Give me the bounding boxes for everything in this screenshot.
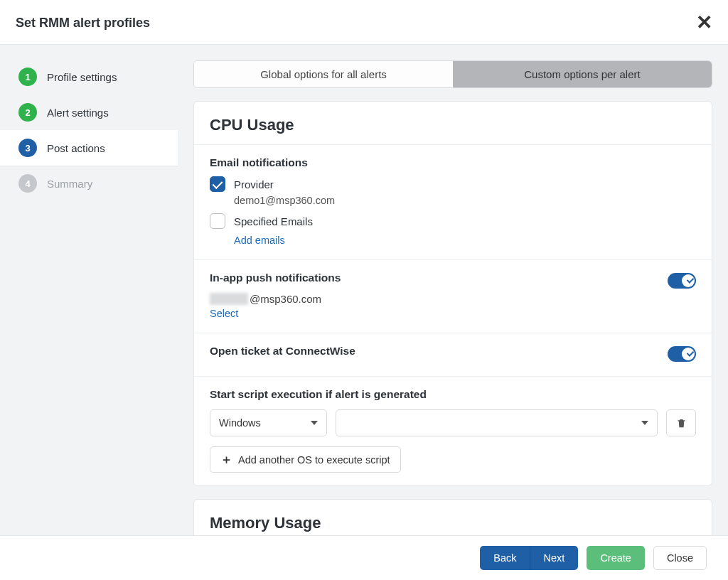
script-select-row: Windows bbox=[210, 409, 696, 436]
email-notifications-section: Email notifications Provider demo1@msp36… bbox=[194, 144, 712, 259]
inapp-email: @msp360.com bbox=[210, 293, 696, 305]
create-button[interactable]: Create bbox=[587, 546, 645, 570]
os-select-value: Windows bbox=[219, 417, 261, 429]
provider-checkbox[interactable] bbox=[210, 176, 225, 192]
tab-global-options[interactable]: Global options for all alerts bbox=[194, 61, 453, 87]
cpu-usage-card: CPU Usage Email notifications Provider d… bbox=[193, 101, 712, 486]
chevron-down-icon bbox=[641, 421, 648, 425]
step-profile-settings[interactable]: 1 Profile settings bbox=[0, 59, 178, 95]
step-badge: 3 bbox=[18, 139, 37, 157]
card-title: CPU Usage bbox=[194, 102, 712, 144]
open-ticket-toggle[interactable] bbox=[668, 346, 696, 362]
inapp-push-toggle[interactable] bbox=[668, 273, 696, 289]
step-summary: 4 Summary bbox=[0, 166, 178, 201]
close-icon[interactable]: ✕ bbox=[696, 13, 712, 33]
step-label: Summary bbox=[47, 178, 92, 190]
step-label: Alert settings bbox=[47, 107, 109, 119]
modal-body: 1 Profile settings 2 Alert settings 3 Po… bbox=[0, 45, 728, 535]
section-heading: In-app push notifications bbox=[210, 272, 341, 284]
card-title: Memory Usage bbox=[194, 500, 712, 535]
step-label: Profile settings bbox=[47, 71, 117, 83]
next-button[interactable]: Next bbox=[530, 546, 579, 570]
step-alert-settings[interactable]: 2 Alert settings bbox=[0, 95, 178, 130]
close-button[interactable]: Close bbox=[653, 546, 707, 570]
step-badge: 1 bbox=[18, 68, 37, 86]
inapp-push-section: In-app push notifications @msp360.com Se… bbox=[194, 259, 712, 333]
content-area: Global options for all alerts Custom opt… bbox=[178, 45, 728, 535]
provider-label: Provider bbox=[234, 178, 274, 190]
wizard-sidebar: 1 Profile settings 2 Alert settings 3 Po… bbox=[0, 45, 178, 535]
chevron-down-icon bbox=[311, 421, 318, 425]
provider-checkbox-row: Provider bbox=[210, 176, 696, 192]
step-badge: 2 bbox=[18, 103, 37, 122]
specified-emails-checkbox[interactable] bbox=[210, 213, 225, 229]
provider-email: demo1@msp360.com bbox=[234, 195, 696, 206]
specified-emails-label: Specified Emails bbox=[234, 215, 313, 227]
open-ticket-section: Open ticket at ConnectWise bbox=[194, 333, 712, 376]
start-script-section: Start script execution if alert is gener… bbox=[194, 376, 712, 485]
plus-icon: ＋ bbox=[220, 453, 232, 466]
delete-script-button[interactable] bbox=[666, 409, 696, 436]
add-os-label: Add another OS to execute script bbox=[238, 454, 390, 466]
modal-title: Set RMM alert profiles bbox=[16, 16, 150, 31]
modal-header: Set RMM alert profiles ✕ bbox=[0, 0, 728, 45]
options-tabstrip: Global options for all alerts Custom opt… bbox=[193, 60, 712, 88]
specified-emails-checkbox-row: Specified Emails bbox=[210, 213, 696, 229]
back-button[interactable]: Back bbox=[480, 546, 530, 570]
select-link[interactable]: Select bbox=[210, 308, 238, 319]
section-heading: Open ticket at ConnectWise bbox=[210, 345, 355, 358]
step-label: Post actions bbox=[47, 142, 105, 154]
section-heading: Email notifications bbox=[210, 156, 696, 169]
script-select[interactable] bbox=[336, 409, 658, 436]
content-scroll[interactable]: Global options for all alerts Custom opt… bbox=[178, 45, 728, 535]
step-badge: 4 bbox=[18, 174, 37, 193]
add-os-button[interactable]: ＋ Add another OS to execute script bbox=[210, 446, 401, 473]
memory-usage-card: Memory Usage bbox=[193, 499, 712, 535]
trash-icon bbox=[676, 417, 687, 429]
add-emails-link[interactable]: Add emails bbox=[234, 235, 285, 246]
modal: Set RMM alert profiles ✕ 1 Profile setti… bbox=[0, 0, 728, 580]
redacted-text bbox=[210, 293, 248, 305]
tab-custom-options[interactable]: Custom options per alert bbox=[453, 61, 712, 87]
step-post-actions[interactable]: 3 Post actions bbox=[0, 130, 178, 166]
back-next-group: Back Next bbox=[480, 546, 578, 570]
section-heading: Start script execution if alert is gener… bbox=[210, 388, 696, 401]
os-select[interactable]: Windows bbox=[210, 409, 327, 436]
modal-footer: Back Next Create Close bbox=[0, 535, 728, 580]
